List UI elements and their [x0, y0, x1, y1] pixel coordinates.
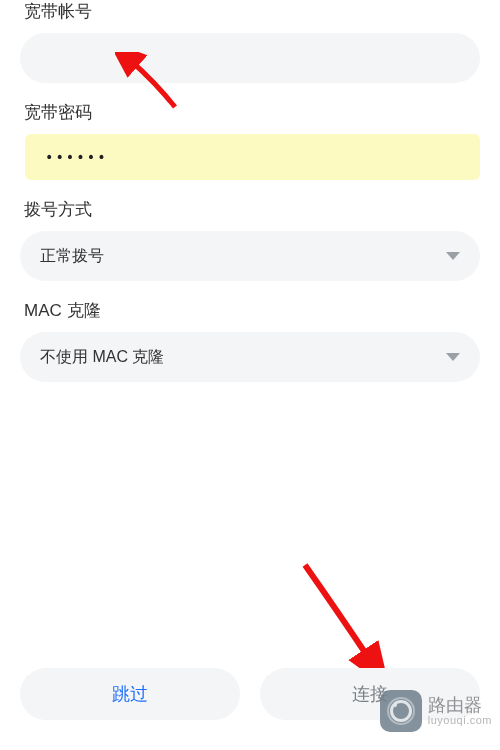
- broadband-account-input[interactable]: [20, 33, 480, 83]
- dial-mode-label: 拨号方式: [20, 198, 480, 221]
- mac-clone-select[interactable]: 不使用 MAC 克隆: [20, 332, 480, 382]
- connect-button[interactable]: 连接: [260, 668, 480, 720]
- dial-mode-value: 正常拨号: [40, 246, 104, 267]
- mac-clone-label: MAC 克隆: [20, 299, 480, 322]
- broadband-password-input[interactable]: [25, 134, 480, 180]
- account-label: 宽带帐号: [20, 0, 480, 23]
- password-label: 宽带密码: [20, 101, 480, 124]
- dial-mode-select[interactable]: 正常拨号: [20, 231, 480, 281]
- annotation-arrow-icon: [295, 560, 385, 670]
- chevron-down-icon: [446, 252, 460, 260]
- chevron-down-icon: [446, 353, 460, 361]
- skip-button[interactable]: 跳过: [20, 668, 240, 720]
- mac-clone-value: 不使用 MAC 克隆: [40, 347, 164, 368]
